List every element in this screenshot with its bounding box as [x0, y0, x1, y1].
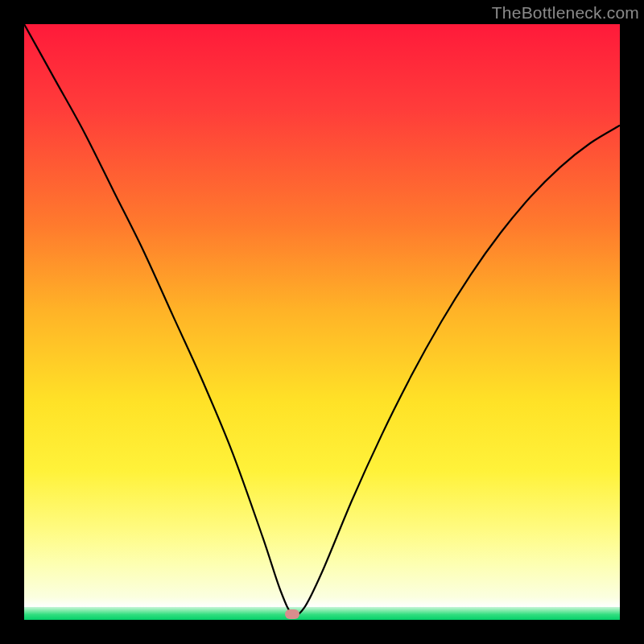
- watermark-text: TheBottleneck.com: [492, 3, 639, 23]
- optimal-marker: [285, 609, 299, 619]
- curve-path: [24, 24, 620, 615]
- plot-area: [24, 24, 620, 620]
- chart-frame: TheBottleneck.com: [0, 0, 644, 644]
- bottleneck-curve: [24, 24, 620, 620]
